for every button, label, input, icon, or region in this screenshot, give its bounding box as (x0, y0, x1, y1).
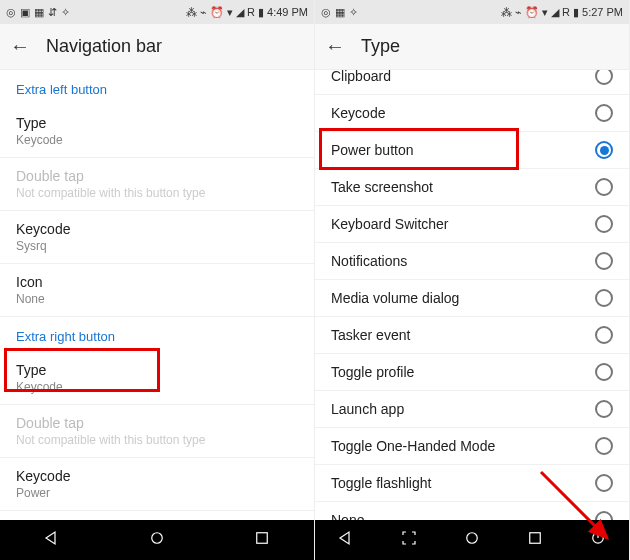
radio-icon[interactable] (595, 511, 613, 520)
status-bar: ◎ ▣ ▦ ⇵ ✧ ⁂ ⌁ ⏰ ▾ ◢ R ▮ 4:49 PM (0, 0, 314, 24)
row-label: Keycode (16, 468, 298, 484)
row-label: Keycode (16, 221, 298, 237)
option-label: Toggle profile (331, 364, 414, 380)
option-label: Notifications (331, 253, 407, 269)
radio-icon[interactable] (595, 326, 613, 344)
vibrate-icon: ⌁ (515, 6, 522, 19)
radio-icon[interactable] (595, 437, 613, 455)
nav-recent-icon[interactable] (253, 529, 271, 551)
option-media-volume-dialog[interactable]: Media volume dialog (315, 280, 629, 317)
clock: 4:49 PM (267, 6, 308, 18)
page-title: Navigation bar (46, 36, 162, 57)
net-label: R (247, 6, 255, 18)
nav-bar (0, 520, 314, 560)
net-label: R (562, 6, 570, 18)
radio-icon[interactable] (595, 141, 613, 159)
sync-icon: ⇵ (48, 6, 57, 19)
alarm-icon: ⏰ (525, 6, 539, 19)
option-toggle-flashlight[interactable]: Toggle flashlight (315, 465, 629, 502)
app-bar: ← Navigation bar (0, 24, 314, 70)
navigation-icon: ✧ (61, 6, 70, 19)
nav-fullscreen-icon[interactable] (400, 529, 418, 551)
option-label: Toggle One-Handed Mode (331, 438, 495, 454)
option-tasker-event[interactable]: Tasker event (315, 317, 629, 354)
option-power-button[interactable]: Power button (315, 132, 629, 169)
row-value: Keycode (16, 133, 298, 147)
signal-icon: ◢ (236, 6, 244, 19)
battery-icon: ▮ (258, 6, 264, 19)
row-type-left[interactable]: Type Keycode (0, 105, 314, 158)
nav-power-icon[interactable] (589, 529, 607, 551)
option-label: Toggle flashlight (331, 475, 431, 491)
page-title: Type (361, 36, 400, 57)
row-icon-left[interactable]: Icon None (0, 264, 314, 317)
row-doubletap-left: Double tap Not compatible with this butt… (0, 158, 314, 211)
svg-point-2 (467, 533, 478, 544)
target-icon: ◎ (321, 6, 331, 19)
radio-icon[interactable] (595, 400, 613, 418)
phone-right: ◎ ▦ ✧ ⁂ ⌁ ⏰ ▾ ◢ R ▮ 5:27 PM ← Type Clipb… (315, 0, 630, 560)
row-type-right[interactable]: Type Keycode (0, 352, 314, 405)
wifi-icon: ▾ (227, 6, 233, 19)
option-keyboard-switcher[interactable]: Keyboard Switcher (315, 206, 629, 243)
apps-icon: ▦ (34, 6, 44, 19)
radio-icon[interactable] (595, 178, 613, 196)
row-keycode-left[interactable]: Keycode Sysrq (0, 211, 314, 264)
option-keycode[interactable]: Keycode (315, 95, 629, 132)
radio-icon[interactable] (595, 70, 613, 85)
settings-list[interactable]: Extra left button Type Keycode Double ta… (0, 70, 314, 520)
type-options-list[interactable]: ClipboardKeycodePower buttonTake screens… (315, 70, 629, 520)
row-icon-right[interactable]: Icon None (0, 511, 314, 520)
bluetooth-icon: ⁂ (186, 6, 197, 19)
option-toggle-profile[interactable]: Toggle profile (315, 354, 629, 391)
option-clipboard[interactable]: Clipboard (315, 70, 629, 95)
radio-icon[interactable] (595, 363, 613, 381)
row-label: Type (16, 362, 298, 378)
phone-left: ◎ ▣ ▦ ⇵ ✧ ⁂ ⌁ ⏰ ▾ ◢ R ▮ 4:49 PM ← Naviga… (0, 0, 315, 560)
nav-back-icon[interactable] (43, 529, 61, 551)
option-label: Power button (331, 142, 414, 158)
row-value: None (16, 292, 298, 306)
option-none[interactable]: None (315, 502, 629, 520)
section-extra-right: Extra right button (0, 317, 314, 352)
nav-home-icon[interactable] (148, 529, 166, 551)
bluetooth-icon: ⁂ (501, 6, 512, 19)
row-value: Not compatible with this button type (16, 186, 298, 200)
option-label: Take screenshot (331, 179, 433, 195)
battery-icon: ▮ (573, 6, 579, 19)
option-label: Tasker event (331, 327, 410, 343)
section-extra-left: Extra left button (0, 70, 314, 105)
back-icon[interactable]: ← (325, 35, 345, 58)
target-icon: ◎ (6, 6, 16, 19)
clock: 5:27 PM (582, 6, 623, 18)
row-label: Type (16, 115, 298, 131)
row-value: Keycode (16, 380, 298, 394)
nav-bar (315, 520, 629, 560)
signal-icon: ◢ (551, 6, 559, 19)
option-toggle-one-handed-mode[interactable]: Toggle One-Handed Mode (315, 428, 629, 465)
radio-icon[interactable] (595, 215, 613, 233)
nav-home-icon[interactable] (463, 529, 481, 551)
app-bar: ← Type (315, 24, 629, 70)
row-label: Double tap (16, 415, 298, 431)
vibrate-icon: ⌁ (200, 6, 207, 19)
option-notifications[interactable]: Notifications (315, 243, 629, 280)
svg-rect-3 (530, 533, 541, 544)
row-keycode-right[interactable]: Keycode Power (0, 458, 314, 511)
row-value: Not compatible with this button type (16, 433, 298, 447)
radio-icon[interactable] (595, 474, 613, 492)
nav-recent-icon[interactable] (526, 529, 544, 551)
option-label: Clipboard (331, 70, 391, 84)
radio-icon[interactable] (595, 252, 613, 270)
option-label: None (331, 512, 364, 520)
option-launch-app[interactable]: Launch app (315, 391, 629, 428)
alarm-icon: ⏰ (210, 6, 224, 19)
nav-back-icon[interactable] (337, 529, 355, 551)
svg-rect-1 (256, 533, 267, 544)
back-icon[interactable]: ← (10, 35, 30, 58)
row-value: Power (16, 486, 298, 500)
radio-icon[interactable] (595, 104, 613, 122)
option-label: Keyboard Switcher (331, 216, 449, 232)
option-take-screenshot[interactable]: Take screenshot (315, 169, 629, 206)
radio-icon[interactable] (595, 289, 613, 307)
